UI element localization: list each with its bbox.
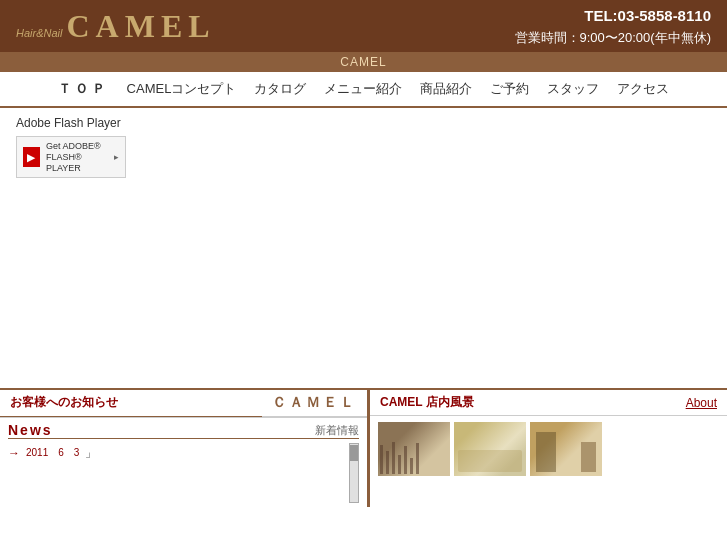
- about-link[interactable]: About: [686, 396, 717, 410]
- scrollbar-thumb: [350, 445, 358, 461]
- header-logo: Hair&Nail CAMEL: [16, 8, 216, 45]
- interior-photo-1: [378, 422, 450, 476]
- news-section: News 新着情報 → 2011 6 3 」: [0, 418, 367, 507]
- vline: [392, 442, 395, 474]
- nav-catalog[interactable]: カタログ: [254, 80, 306, 98]
- main-nav: ＴＯＰ CAMELコンセプト カタログ メニュー紹介 商品紹介 ご予約 スタッフ…: [0, 72, 727, 108]
- nav-concept[interactable]: CAMELコンセプト: [127, 80, 237, 98]
- right-header: CAMEL 店内風景 About: [370, 390, 727, 416]
- scrollbar[interactable]: [349, 443, 359, 503]
- interior-photo-3: [530, 422, 602, 476]
- flash-area: Adobe Flash Player ▶ Get ADOBE® FLASH® P…: [0, 108, 727, 388]
- news-header-row: News 新着情報: [8, 422, 359, 439]
- bottom-section: お客様へのお知らせ ＣＡＭＥＬ News 新着情報 → 2011 6 3 」: [0, 388, 727, 507]
- vline: [404, 446, 407, 474]
- right-header-title: CAMEL 店内風景: [380, 394, 474, 411]
- nav-products[interactable]: 商品紹介: [420, 80, 472, 98]
- interior-photo-2: [454, 422, 526, 476]
- nav-access[interactable]: アクセス: [617, 80, 669, 98]
- flash-icon: ▶: [23, 147, 40, 167]
- news-new-label: 新着情報: [315, 423, 359, 438]
- vline: [410, 458, 413, 474]
- flash-arrow: ▸: [114, 152, 119, 162]
- news-scroll-container: → 2011 6 3 」: [8, 443, 359, 503]
- navbar-label: CAMEL: [340, 55, 386, 69]
- photo2-overlay: [458, 450, 522, 472]
- vline: [380, 445, 383, 474]
- nav-staff[interactable]: スタッフ: [547, 80, 599, 98]
- left-column: お客様へのお知らせ ＣＡＭＥＬ News 新着情報 → 2011 6 3 」: [0, 390, 370, 507]
- camel-label: ＣＡＭＥＬ: [272, 394, 357, 410]
- header-contact: TEL:03-5858-8110 営業時間：9:00〜20:00(年中無休): [515, 4, 712, 49]
- flash-badge[interactable]: ▶ Get ADOBE® FLASH® PLAYER ▸: [16, 136, 126, 178]
- nav-menu[interactable]: メニュー紹介: [324, 80, 402, 98]
- header: Hair&Nail CAMEL TEL:03-5858-8110 営業時間：9:…: [0, 0, 727, 52]
- photo-strip: [370, 416, 727, 482]
- tel-number: TEL:03-5858-8110: [515, 4, 712, 28]
- news-date: 2011 6 3: [26, 446, 79, 460]
- flash-text: Get ADOBE® FLASH® PLAYER: [46, 141, 108, 173]
- photo3-object: [536, 432, 556, 472]
- vlines-decoration: [380, 442, 448, 474]
- photo-detail-1: [380, 442, 448, 474]
- news-content: 」: [85, 446, 96, 461]
- logo-small-text: Hair&Nail: [16, 27, 62, 39]
- news-item: → 2011 6 3 」: [8, 443, 359, 464]
- logo-large-text: CAMEL: [66, 8, 215, 45]
- photo3-object2: [581, 442, 596, 472]
- vline: [386, 451, 389, 474]
- right-column: CAMEL 店内風景 About: [370, 390, 727, 507]
- nav-reservation[interactable]: ご予約: [490, 80, 529, 98]
- news-arrow-icon: →: [8, 446, 20, 460]
- camel-header: ＣＡＭＥＬ: [262, 390, 367, 417]
- vline: [416, 443, 419, 474]
- business-hours: 営業時間：9:00〜20:00(年中無休): [515, 28, 712, 49]
- okkyaku-header: お客様へのお知らせ: [0, 390, 262, 417]
- navbar: CAMEL: [0, 52, 727, 72]
- news-title: News: [8, 422, 53, 438]
- flash-label: Adobe Flash Player: [16, 116, 711, 130]
- nav-top[interactable]: ＴＯＰ: [58, 80, 109, 98]
- vline: [398, 455, 401, 474]
